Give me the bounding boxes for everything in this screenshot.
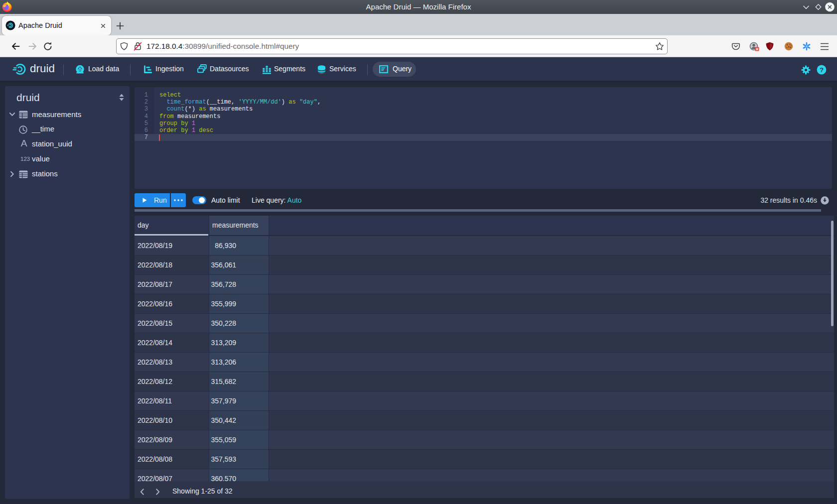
svg-text:?: ?: [820, 66, 824, 73]
